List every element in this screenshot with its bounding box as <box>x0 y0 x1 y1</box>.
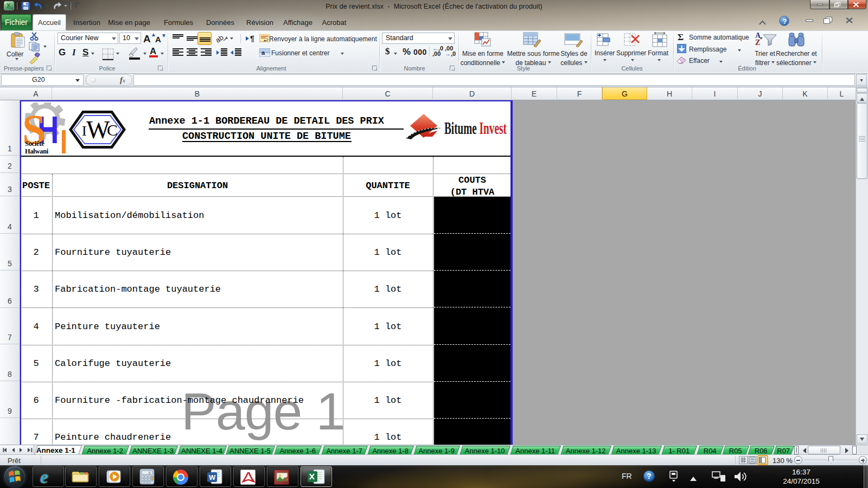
svg-text:ab: ab <box>216 33 225 44</box>
svg-text:a: a <box>261 49 265 56</box>
svg-text:¶: ¶ <box>250 34 254 43</box>
svg-text:W: W <box>209 473 216 481</box>
